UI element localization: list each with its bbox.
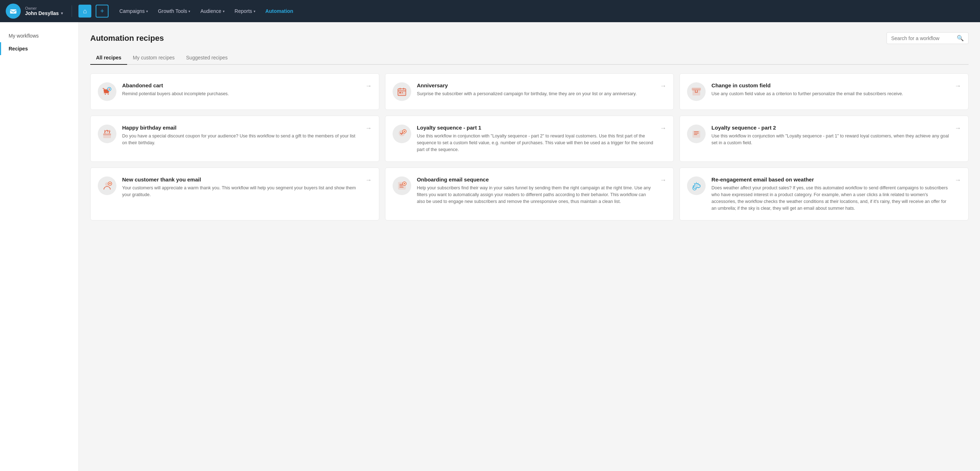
card-arrow-3: → <box>365 125 372 132</box>
user-name: John Desyllas <box>25 10 59 16</box>
app-logo <box>6 3 21 19</box>
card-arrow-1: → <box>660 82 666 90</box>
cards-grid: Abandoned cart Remind potential buyers a… <box>90 73 969 220</box>
page-title: Automation recipes <box>90 33 164 43</box>
search-icon[interactable]: 🔍 <box>957 35 964 41</box>
svg-rect-9 <box>401 92 403 94</box>
user-dropdown-chevron: ▾ <box>61 11 63 16</box>
card-title-0: Abandoned cart <box>122 82 360 89</box>
page-layout: My workflows Recipes Automation recipes … <box>0 22 980 471</box>
card-birthday[interactable]: Happy birthday email Do you have a speci… <box>90 116 379 162</box>
main-content: Automation recipes 🔍 All recipes My cust… <box>79 22 980 471</box>
card-desc-2: Use any custom field value as a criterio… <box>711 90 949 97</box>
nav-automation[interactable]: Automation <box>261 5 298 17</box>
svg-point-4 <box>108 94 109 95</box>
card-icon-birthday <box>98 125 116 143</box>
card-desc-7: Help your subscribers find their way in … <box>417 185 654 205</box>
card-newcustomer[interactable]: New customer thank you email Your custom… <box>90 168 379 220</box>
nav-campaigns[interactable]: Campaigns ▾ <box>115 5 152 17</box>
card-weather[interactable]: Re-engagement email based on weather Doe… <box>679 168 969 220</box>
card-title-6: New customer thank you email <box>122 176 360 182</box>
card-arrow-2: → <box>955 82 961 90</box>
card-cart[interactable]: Abandoned cart Remind potential buyers a… <box>90 73 379 110</box>
card-arrow-8: → <box>955 176 961 184</box>
card-content-7: Onboarding email sequence Help your subs… <box>417 176 654 205</box>
main-header: Owner John Desyllas ▾ ⌂ + Campaigns ▾ Gr… <box>0 0 980 22</box>
tabs: All recipes My custom recipes Suggested … <box>90 51 969 65</box>
card-icon-weather <box>687 176 706 195</box>
card-title-3: Happy birthday email <box>122 125 360 131</box>
card-content-0: Abandoned cart Remind potential buyers a… <box>122 82 360 97</box>
sidebar-item-recipes[interactable]: Recipes <box>0 42 78 55</box>
nav-reports[interactable]: Reports ▾ <box>230 5 260 17</box>
campaigns-chevron: ▾ <box>146 9 148 13</box>
nav-audience[interactable]: Audience ▾ <box>196 5 229 17</box>
card-content-8: Re-engagement email based on weather Doe… <box>711 176 949 211</box>
search-input[interactable] <box>891 35 954 41</box>
card-arrow-7: → <box>660 176 666 184</box>
card-loyalty2[interactable]: Loyalty sequence - part 2 Use this workf… <box>679 116 969 162</box>
card-title-5: Loyalty sequence - part 2 <box>711 125 949 131</box>
card-icon-newcustomer <box>98 176 116 195</box>
card-title-4: Loyalty sequence - part 1 <box>417 125 654 131</box>
search-box[interactable]: 🔍 <box>886 32 969 44</box>
card-desc-0: Remind potential buyers about incomplete… <box>122 90 360 97</box>
card-content-3: Happy birthday email Do you have a speci… <box>122 125 360 146</box>
card-desc-6: Your customers will appreciate a warm th… <box>122 185 360 198</box>
card-content-1: Anniversary Surprise the subscriber with… <box>417 82 654 97</box>
card-arrow-4: → <box>660 125 666 132</box>
audience-chevron: ▾ <box>223 9 224 13</box>
card-icon-box <box>687 82 706 101</box>
svg-rect-11 <box>692 88 701 90</box>
card-content-5: Loyalty sequence - part 2 Use this workf… <box>711 125 949 146</box>
svg-rect-13 <box>103 133 111 135</box>
card-desc-4: Use this workflow in conjunction with "L… <box>417 133 654 153</box>
card-loyalty[interactable]: Loyalty sequence - part 1 Use this workf… <box>385 116 674 162</box>
reports-chevron: ▾ <box>254 9 255 13</box>
card-title-8: Re-engagement email based on weather <box>711 176 949 182</box>
tab-suggested-recipes[interactable]: Suggested recipes <box>181 51 234 64</box>
card-arrow-6: → <box>365 176 372 184</box>
add-button[interactable]: + <box>95 5 108 17</box>
card-desc-8: Does weather affect your product sales? … <box>711 185 949 211</box>
card-desc-1: Surprise the subscriber with a personali… <box>417 90 654 97</box>
tab-all-recipes[interactable]: All recipes <box>90 51 127 64</box>
nav-growth-tools[interactable]: Growth Tools ▾ <box>154 5 194 17</box>
user-info[interactable]: Owner John Desyllas ▾ <box>25 6 63 16</box>
card-box[interactable]: Change in custom field Use any custom fi… <box>679 73 969 110</box>
tab-custom-recipes[interactable]: My custom recipes <box>127 51 181 64</box>
svg-rect-1 <box>10 9 16 14</box>
svg-rect-8 <box>399 92 401 94</box>
card-content-2: Change in custom field Use any custom fi… <box>711 82 949 97</box>
card-content-4: Loyalty sequence - part 1 Use this workf… <box>417 125 654 153</box>
svg-point-3 <box>105 94 106 95</box>
card-icon-loyalty <box>393 125 411 143</box>
card-onboarding[interactable]: Onboarding email sequence Help your subs… <box>385 168 674 220</box>
page-header: Automation recipes 🔍 <box>90 32 969 44</box>
main-nav: Campaigns ▾ Growth Tools ▾ Audience ▾ Re… <box>115 5 297 17</box>
user-role: Owner <box>25 6 63 10</box>
sidebar-item-my-workflows[interactable]: My workflows <box>0 29 78 42</box>
card-arrow-5: → <box>955 125 961 132</box>
card-calendar[interactable]: Anniversary Surprise the subscriber with… <box>385 73 674 110</box>
card-title-7: Onboarding email sequence <box>417 176 654 182</box>
card-icon-onboarding <box>393 176 411 195</box>
card-desc-5: Use this workflow in conjunction with "L… <box>711 133 949 146</box>
card-content-6: New customer thank you email Your custom… <box>122 176 360 198</box>
card-title-2: Change in custom field <box>711 82 949 89</box>
header-divider <box>72 5 72 17</box>
card-desc-3: Do you have a special discount coupon fo… <box>122 133 360 146</box>
card-arrow-0: → <box>365 82 372 90</box>
growth-tools-chevron: ▾ <box>188 9 190 13</box>
home-button[interactable]: ⌂ <box>78 5 91 17</box>
card-icon-cart <box>98 82 116 101</box>
sidebar: My workflows Recipes <box>0 22 79 471</box>
card-icon-calendar <box>393 82 411 101</box>
card-title-1: Anniversary <box>417 82 654 89</box>
card-icon-loyalty2 <box>687 125 706 143</box>
